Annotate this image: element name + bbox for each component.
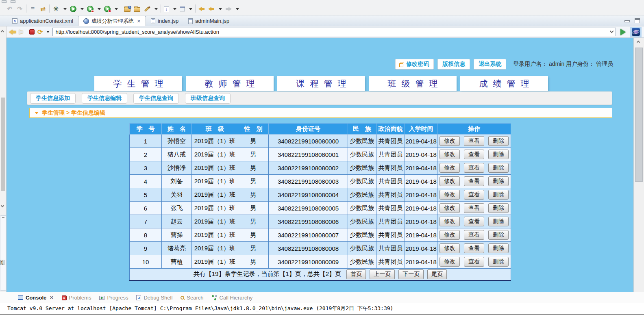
nav-tab-成绩管理[interactable]: 成绩管理 — [460, 76, 548, 91]
profile-dropdown-icon[interactable] — [115, 8, 118, 10]
open-perspective-dropdown-icon[interactable] — [189, 8, 192, 10]
scrollbar-thumb[interactable] — [635, 48, 643, 182]
redo-icon[interactable] — [16, 6, 23, 13]
row-action-button-查看[interactable]: 查看 — [464, 163, 484, 173]
row-action-button-查看[interactable]: 查看 — [464, 190, 484, 200]
console-tab-Call-Hierarchy[interactable]: Call Hierarchy — [212, 295, 253, 301]
pager-button-尾页[interactable]: 尾页 — [427, 269, 447, 279]
console-tab-Problems[interactable]: Problems — [62, 295, 91, 301]
row-action-button-修改[interactable]: 修改 — [439, 136, 460, 146]
browser-forward-icon[interactable] — [19, 30, 26, 35]
row-action-button-修改[interactable]: 修改 — [439, 217, 460, 226]
row-action-button-修改[interactable]: 修改 — [439, 203, 460, 213]
format-brush-dropdown-icon[interactable] — [154, 8, 158, 10]
page-scrollbar[interactable] — [633, 38, 644, 292]
account-button-修改密码[interactable]: 修改密码 — [395, 59, 434, 69]
row-action-button-查看[interactable]: 查看 — [464, 217, 484, 226]
left-scrollbar-thumb[interactable] — [1, 98, 5, 191]
run-dropdown-icon[interactable] — [80, 8, 84, 10]
browser-back-icon[interactable] — [9, 30, 16, 35]
forward-history-dropdown-icon[interactable] — [236, 8, 239, 10]
subnav-button-学生信息编辑[interactable]: 学生信息编辑 — [82, 93, 127, 104]
pager-button-下一页[interactable]: 下一页 — [398, 269, 424, 279]
account-button-退出系统[interactable]: 退出系统 — [474, 59, 506, 69]
run-as-icon[interactable] — [87, 6, 94, 12]
row-action-button-删除[interactable]: 删除 — [488, 230, 509, 240]
tab-close-icon[interactable]: ✕ — [137, 19, 141, 24]
row-action-button-查看[interactable]: 查看 — [464, 230, 484, 240]
subnav-button-班级信息查询[interactable]: 班级信息查询 — [185, 93, 231, 104]
row-action-button-删除[interactable]: 删除 — [488, 217, 509, 226]
run-icon[interactable] — [70, 6, 76, 12]
row-action-button-删除[interactable]: 删除 — [488, 190, 509, 200]
row-action-button-修改[interactable]: 修改 — [439, 163, 460, 173]
row-action-button-删除[interactable]: 删除 — [488, 150, 509, 159]
minimize-view-icon[interactable] — [624, 20, 630, 22]
console-tab-Progress[interactable]: Progress — [99, 295, 128, 301]
row-action-button-修改[interactable]: 修改 — [439, 150, 460, 159]
back-history-dropdown-icon[interactable] — [219, 8, 222, 10]
row-action-button-查看[interactable]: 查看 — [464, 136, 484, 146]
tab-close-icon[interactable]: ✕ — [50, 295, 53, 300]
run-as-dropdown-icon[interactable] — [98, 8, 101, 10]
row-action-button-查看[interactable]: 查看 — [464, 257, 484, 267]
editor-tab-index-jsp[interactable]: index.jsp — [146, 16, 183, 26]
web-browser-icon[interactable] — [630, 27, 642, 37]
subnav-button-学生信息查询[interactable]: 学生信息查询 — [133, 93, 179, 104]
row-action-button-查看[interactable]: 查看 — [464, 176, 484, 186]
row-action-button-删除[interactable]: 删除 — [488, 163, 509, 173]
console-tab-Debug-Shell[interactable]: Debug Shell — [136, 295, 172, 301]
row-action-button-查看[interactable]: 查看 — [464, 203, 484, 213]
maximize-view-icon[interactable] — [635, 18, 640, 23]
url-text[interactable]: http://localhost:8080/spring_student_sco… — [55, 29, 610, 35]
nav-tab-课程管理[interactable]: 课程管理 — [277, 76, 365, 91]
import-dropdown-icon[interactable] — [173, 8, 176, 10]
nav-tab-教师管理[interactable]: 教师管理 — [186, 76, 274, 91]
editor-tab-applicationContext-xml[interactable]: applicationContext.xml — [7, 16, 78, 26]
row-action-button-修改[interactable]: 修改 — [439, 190, 460, 200]
open-folder-icon[interactable] — [134, 7, 140, 12]
row-action-button-查看[interactable]: 查看 — [464, 243, 484, 253]
row-action-button-删除[interactable]: 删除 — [488, 176, 509, 186]
row-action-button-删除[interactable]: 删除 — [488, 243, 509, 253]
refresh-dropdown-icon[interactable] — [46, 31, 50, 33]
scrollbar-up-icon[interactable] — [637, 41, 640, 44]
forward-history-icon[interactable] — [225, 7, 232, 11]
last-edit-location-icon[interactable] — [198, 7, 205, 11]
debug-dropdown-icon[interactable] — [63, 8, 67, 10]
back-history-icon[interactable] — [208, 7, 215, 11]
scroll-up-icon[interactable] — [1, 30, 4, 33]
minimized-view-panel[interactable]: t] — [0, 215, 6, 291]
profile-icon[interactable] — [104, 6, 111, 12]
nav-tab-班级管理[interactable]: 班级管理 — [369, 76, 457, 91]
pager-button-上一页[interactable]: 上一页 — [370, 269, 395, 279]
subnav-button-学生信息添加[interactable]: 学生信息添加 — [30, 93, 76, 104]
debug-icon[interactable] — [52, 6, 59, 13]
open-file-folder-icon[interactable] — [124, 7, 131, 12]
console-tab-Search[interactable]: Search — [181, 295, 203, 301]
editor-tab--[interactable]: 成绩分析管理系统✕ — [78, 16, 146, 26]
pager-button-首页[interactable]: 首页 — [346, 269, 366, 279]
go-button[interactable] — [620, 29, 626, 35]
account-button-版权信息[interactable]: 版权信息 — [437, 59, 470, 69]
url-bar[interactable]: http://localhost:8080/spring_student_sco… — [52, 28, 616, 36]
browser-refresh-icon[interactable] — [37, 29, 43, 35]
open-perspective-icon[interactable] — [180, 7, 185, 11]
row-action-button-删除[interactable]: 删除 — [488, 203, 509, 213]
scroll-down-icon[interactable] — [1, 204, 4, 207]
row-action-button-修改[interactable]: 修改 — [439, 230, 460, 240]
row-action-button-修改[interactable]: 修改 — [439, 257, 460, 267]
row-action-button-查看[interactable]: 查看 — [464, 150, 484, 159]
last-edit-icon[interactable] — [39, 6, 46, 13]
show-annotation-icon[interactable] — [29, 6, 36, 13]
undo-icon[interactable] — [6, 6, 13, 13]
format-brush-icon[interactable] — [144, 6, 150, 13]
import-icon[interactable]: ↓ — [164, 6, 169, 12]
url-dropdown-icon[interactable] — [610, 29, 614, 33]
nav-tab-学生管理[interactable]: 学生管理 — [94, 76, 182, 91]
editor-tab-adminMain-jsp[interactable]: adminMain.jsp — [183, 16, 234, 26]
row-action-button-删除[interactable]: 删除 — [488, 257, 509, 267]
row-action-button-修改[interactable]: 修改 — [439, 176, 460, 186]
row-action-button-修改[interactable]: 修改 — [439, 243, 460, 253]
console-tab-Console[interactable]: Console✕ — [18, 295, 54, 301]
